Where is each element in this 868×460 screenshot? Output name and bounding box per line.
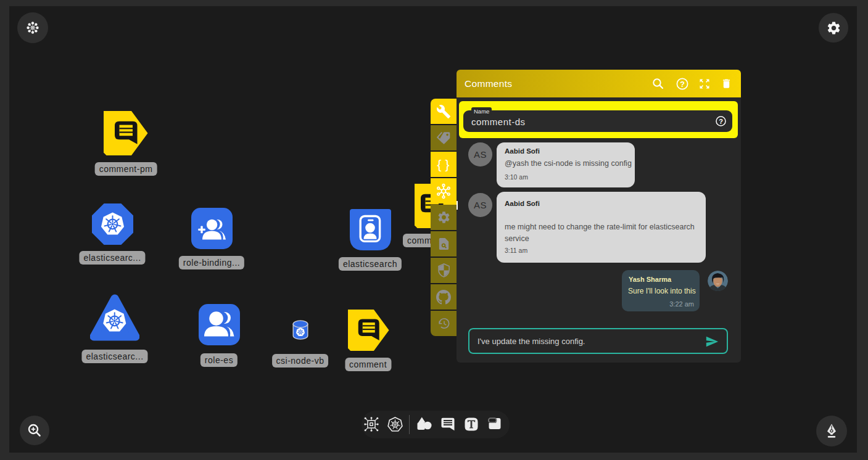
svg-text:?: ? bbox=[719, 118, 723, 125]
svg-text:?: ? bbox=[680, 80, 685, 88]
